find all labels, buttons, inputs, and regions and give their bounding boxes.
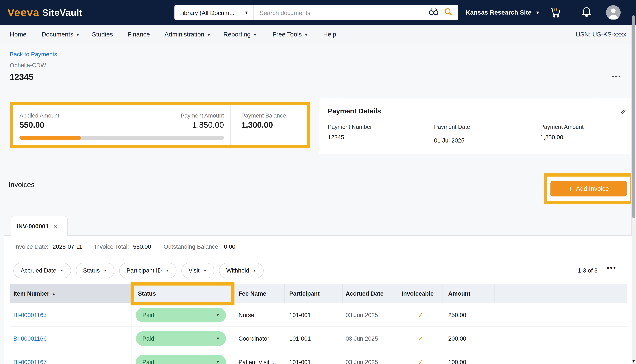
- table-row: BI-00001167 Paid ▼ Patient Visit ... 101…: [10, 350, 627, 364]
- chevron-down-icon: ▼: [165, 268, 169, 273]
- payment-number-field: Payment Number 12345: [328, 124, 372, 140]
- user-avatar[interactable]: [606, 5, 620, 20]
- document-search-bar: Library (All Docum... ▼: [174, 5, 458, 20]
- chevron-down-icon: ▼: [253, 32, 257, 36]
- column-participant[interactable]: Participant: [285, 284, 343, 304]
- chevron-down-icon: ▼: [244, 10, 249, 15]
- sitevault-app: Veeva SiteVault Library (All Docum... ▼: [0, 0, 636, 364]
- invoice-table-body: BI-00001165 Paid ▼ Nurse 101-001 03 Jun …: [10, 304, 627, 364]
- chevron-down-icon: ▼: [216, 313, 220, 317]
- nav-help[interactable]: Help: [323, 31, 336, 38]
- filter-withheld[interactable]: Withheld▼: [219, 263, 264, 278]
- progress-fill: [20, 136, 81, 140]
- payment-balance-value: 1,300.00: [241, 120, 307, 130]
- main-nav: Home Documents▼ Studies Finance Administ…: [0, 25, 636, 44]
- back-to-payments-link[interactable]: Back to Payments: [10, 51, 57, 58]
- chevron-down-icon: ▼: [103, 268, 107, 273]
- column-divider: [131, 304, 132, 364]
- invoice-table-header: Item Number ▲ Status Fee Name Participan…: [10, 284, 627, 304]
- item-link[interactable]: BI-00001166: [14, 335, 47, 342]
- nav-studies[interactable]: Studies: [92, 31, 113, 38]
- outstanding-balance-label: Outstanding Balance:: [164, 244, 220, 250]
- scroll-down-arrow-icon[interactable]: ▼: [631, 358, 636, 364]
- person-icon: [606, 5, 620, 20]
- payment-summary-card-highlighted: Applied Amount Payment Amount 550.00 1,8…: [10, 102, 310, 148]
- page-actions-menu[interactable]: •••: [612, 73, 622, 80]
- close-icon[interactable]: ✕: [53, 223, 58, 229]
- filter-participant-id[interactable]: Participant ID▼: [119, 263, 176, 278]
- status-dropdown[interactable]: Paid ▼: [136, 354, 226, 364]
- filter-visit[interactable]: Visit▼: [181, 263, 214, 278]
- item-link[interactable]: BI-00001165: [14, 312, 47, 318]
- payment-balance-label: Payment Balance: [241, 112, 307, 119]
- filter-status[interactable]: Status▼: [76, 263, 114, 278]
- table-actions-menu[interactable]: •••: [607, 264, 616, 272]
- sort-ascending-icon: ▲: [52, 292, 55, 296]
- participant-cell: 101-001: [285, 304, 343, 326]
- search-scope-label: Library (All Docum...: [179, 9, 234, 16]
- study-subtitle: Ophelia-CDW: [10, 62, 46, 68]
- column-invoiceable[interactable]: Invoiceable: [398, 284, 443, 304]
- nav-free-tools[interactable]: Free Tools▼: [273, 31, 308, 38]
- nav-home[interactable]: Home: [10, 31, 27, 38]
- page-title: 12345: [10, 72, 34, 82]
- column-item-number[interactable]: Item Number ▲: [10, 284, 131, 304]
- payment-amount-label: Payment Amount: [181, 112, 224, 119]
- payment-amount-value: 1,850.00: [192, 120, 224, 130]
- nav-reporting[interactable]: Reporting▼: [224, 31, 257, 38]
- column-accrued-date[interactable]: Accrued Date: [343, 284, 398, 304]
- check-icon: ✓: [417, 310, 424, 320]
- tab-inv-000001[interactable]: INV-000001 ✕: [11, 216, 68, 236]
- veeva-sitevault-logo[interactable]: Veeva SiteVault: [7, 0, 83, 25]
- search-scope-dropdown[interactable]: Library (All Docum... ▼: [174, 5, 254, 20]
- chevron-down-icon: ▼: [253, 268, 257, 273]
- search-submit-icon[interactable]: [444, 7, 453, 18]
- column-amount[interactable]: Amount: [443, 284, 495, 304]
- status-dropdown[interactable]: Paid ▼: [136, 308, 226, 322]
- dot-separator: ·: [88, 244, 89, 250]
- chevron-down-icon: ▼: [60, 268, 64, 273]
- search-input[interactable]: [254, 9, 428, 16]
- site-selector-label: Kansas Research Site: [466, 9, 531, 16]
- add-invoice-label: Add Invoice: [576, 185, 609, 192]
- binoculars-icon[interactable]: [428, 7, 439, 18]
- payment-balance-block: Payment Balance 1,300.00: [230, 105, 307, 145]
- cart-button[interactable]: 0: [549, 6, 563, 20]
- outstanding-balance-value: 0.00: [224, 244, 235, 250]
- invoice-tab-label: INV-000001: [17, 222, 49, 230]
- chevron-down-icon: ▼: [304, 32, 308, 36]
- item-link[interactable]: BI-00001167: [14, 359, 47, 364]
- chevron-down-icon: ▼: [535, 10, 540, 15]
- edit-pencil-icon[interactable]: [620, 108, 627, 117]
- chevron-down-icon: ▼: [207, 32, 211, 36]
- nav-documents[interactable]: Documents▼: [42, 31, 80, 38]
- add-invoice-button[interactable]: + Add Invoice: [550, 181, 627, 196]
- nav-administration[interactable]: Administration▼: [164, 31, 211, 38]
- veeva-logo-text: Veeva: [7, 6, 40, 19]
- bell-icon: [580, 6, 593, 20]
- add-invoice-highlight: + Add Invoice: [544, 174, 633, 204]
- payment-date-field: Payment Date 01 Jul 2025: [434, 124, 470, 144]
- chevron-down-icon: ▼: [216, 336, 220, 340]
- payment-details-card: Payment Details Payment Number 12345 Pay…: [319, 98, 631, 154]
- invoice-date-label: Invoice Date:: [14, 244, 49, 250]
- participant-cell: 101-001: [285, 327, 343, 350]
- invoice-panel: Invoice Date: 2025-07-11 · Invoice Total…: [4, 235, 632, 364]
- notifications-button[interactable]: [580, 6, 593, 20]
- invoice-info-line: Invoice Date: 2025-07-11 · Invoice Total…: [14, 244, 235, 250]
- fee-name-cell: Coordinator: [232, 327, 285, 350]
- site-selector[interactable]: Kansas Research Site ▼: [466, 0, 540, 25]
- accrued-date-cell: 03 Jun 2025: [343, 350, 398, 364]
- applied-amount-label: Applied Amount: [20, 112, 59, 119]
- check-icon: ✓: [417, 334, 424, 343]
- status-dropdown[interactable]: Paid ▼: [136, 331, 226, 346]
- check-icon: ✓: [417, 358, 424, 364]
- column-status[interactable]: Status: [131, 284, 232, 304]
- sitevault-logo-text: SiteVault: [42, 7, 83, 18]
- participant-cell: 101-001: [285, 350, 343, 364]
- nav-finance[interactable]: Finance: [128, 31, 150, 38]
- column-fee-name[interactable]: Fee Name: [232, 284, 285, 304]
- invoice-date-value: 2025-07-11: [53, 244, 82, 250]
- filter-accrued-date[interactable]: Accrued Date▼: [14, 263, 71, 278]
- scrollbar-thumb[interactable]: [632, 16, 635, 218]
